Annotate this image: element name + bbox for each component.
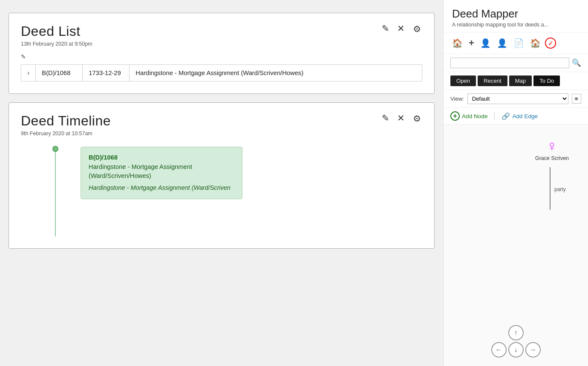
deed-timeline-edit-btn[interactable]: ✎	[380, 113, 391, 124]
row-date: 1733-12-29	[83, 65, 130, 81]
timeline-ref: B(D)/1068	[89, 154, 234, 161]
home-icon[interactable]: 🏠	[450, 37, 464, 49]
todo-nav-btn[interactable]: To Do	[533, 76, 560, 86]
map-nav-right-btn[interactable]: →	[525, 342, 541, 357]
right-panel: Deed Mapper A relationship mapping tool …	[443, 0, 588, 366]
deed-list-actions: ✎ ✕ ⚙	[380, 23, 422, 34]
timeline-container: B(D)/1068 Hardingstone - Mortgage Assign…	[21, 142, 422, 236]
left-panel: Deed List ✎ ✕ ⚙ 13th February 2020 at 9:…	[0, 0, 443, 366]
house-icon[interactable]: 🏠	[528, 37, 542, 49]
view-label: View:	[450, 96, 464, 102]
grace-scriven-icon: ♀	[546, 137, 557, 154]
timeline-desc: Hardingstone - Mortgage Assignment (Ward…	[89, 163, 234, 180]
deed-list-title: Deed List	[21, 23, 81, 39]
add-icon[interactable]: +	[467, 37, 476, 49]
row-ref: B(D)/1068	[36, 65, 83, 81]
deed-mapper-title: Deed Mapper	[452, 8, 579, 20]
right-header: Deed Mapper A relationship mapping tool …	[444, 0, 588, 32]
view-menu-btn[interactable]: ≡	[572, 94, 581, 104]
add-node-btn[interactable]: + Add Node	[450, 111, 487, 121]
confirm-icon[interactable]: ✓	[545, 38, 556, 49]
timeline-item-card[interactable]: B(D)/1068 Hardingstone - Mortgage Assign…	[81, 147, 242, 199]
map-nav-down-btn[interactable]: ↓	[508, 342, 524, 357]
grace-scriven-label: Grace Scriven	[535, 155, 569, 161]
add-row-divider	[494, 112, 495, 120]
search-input[interactable]	[450, 58, 569, 68]
map-nav-up-btn[interactable]: ↑	[508, 325, 524, 340]
deed-list-more-btn[interactable]: ⚙	[409, 21, 424, 37]
deed-timeline-title: Deed Timeline	[21, 113, 111, 129]
icon-toolbar: 🏠 + 👤 👤 📄 🏠 ✓	[444, 32, 588, 54]
view-select[interactable]: Default	[467, 93, 568, 104]
table-row[interactable]: › B(D)/1068 1733-12-29 Hardingstone - Mo…	[21, 65, 422, 81]
deed-list-card: Deed List ✎ ✕ ⚙ 13th February 2020 at 9:…	[9, 13, 435, 94]
map-nav: ↑ ← ↓ →	[491, 325, 541, 357]
deed-list-edit-btn[interactable]: ✎	[380, 23, 391, 34]
deed-timeline-header: Deed Timeline ✎ ✕ ⚙	[21, 113, 422, 129]
add-node-icon: +	[450, 111, 460, 121]
deed-mapper-subtitle: A relationship mapping tool for deeds a.…	[452, 22, 579, 28]
party-edge-label: party	[554, 186, 566, 192]
deed-timeline-more-btn[interactable]: ⚙	[409, 110, 424, 126]
timeline-line	[55, 148, 56, 236]
timeline-dot	[52, 146, 58, 152]
view-row: View: Default ≡	[444, 90, 588, 108]
map-nav-btn[interactable]: Map	[509, 76, 532, 86]
add-row: + Add Node 🔗 Add Edge	[444, 108, 588, 125]
search-row: 🔍	[444, 54, 588, 72]
deed-list-header: Deed List ✎ ✕ ⚙	[21, 23, 422, 39]
person-male-icon[interactable]: 👤	[478, 37, 493, 49]
add-edge-btn[interactable]: 🔗 Add Edge	[502, 112, 538, 120]
add-node-label: Add Node	[462, 113, 487, 119]
map-nav-middle-row: ← ↓ →	[491, 342, 541, 357]
map-area[interactable]: ♀ Grace Scriven party ↑ ← ↓ →	[444, 125, 588, 366]
open-nav-btn[interactable]: Open	[450, 76, 476, 86]
row-description: Hardingstone - Mortgage Assignment (Ward…	[130, 65, 422, 81]
nav-buttons: Open Recent Map To Do	[444, 72, 588, 90]
recent-nav-btn[interactable]: Recent	[478, 76, 507, 86]
row-expand-arrow[interactable]: ›	[21, 65, 36, 81]
deed-list-table: › B(D)/1068 1733-12-29 Hardingstone - Mo…	[21, 64, 422, 81]
grace-scriven-node[interactable]: ♀ Grace Scriven	[535, 137, 569, 161]
add-edge-icon: 🔗	[502, 112, 510, 120]
document-icon[interactable]: 📄	[512, 37, 526, 49]
deed-timeline-card: Deed Timeline ✎ ✕ ⚙ 9th February 2020 at…	[9, 102, 435, 249]
map-nav-top-row: ↑	[508, 325, 524, 340]
deed-timeline-timestamp: 9th February 2020 at 10:57am	[21, 131, 422, 137]
add-edge-label: Add Edge	[512, 113, 538, 119]
search-button[interactable]: 🔍	[572, 58, 581, 67]
person-female-icon[interactable]: 👤	[495, 37, 509, 49]
deed-timeline-close-btn[interactable]: ✕	[395, 113, 406, 124]
map-nav-left-btn[interactable]: ←	[491, 342, 507, 357]
timeline-desc-italic: Hardingstone - Mortgage Assignment (Ward…	[89, 183, 234, 192]
deed-list-inline-edit[interactable]: ✎	[21, 53, 26, 60]
deed-timeline-actions: ✎ ✕ ⚙	[380, 113, 422, 124]
deed-list-close-btn[interactable]: ✕	[395, 23, 406, 34]
deed-list-timestamp: 13th February 2020 at 9:50pm	[21, 41, 422, 47]
